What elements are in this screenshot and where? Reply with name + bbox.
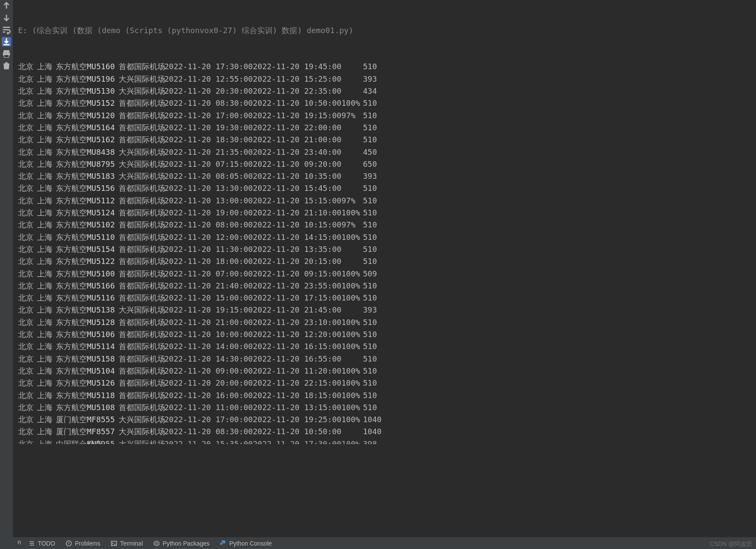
output-row: 北京上海东方航空MU5128首都国际机场2022-11-20 21:00:002… bbox=[18, 316, 751, 328]
output-row: 北京上海东方航空MU5100首都国际机场2022-11-20 07:00:002… bbox=[18, 268, 751, 280]
output-row: 北京上海东方航空MU5118首都国际机场2022-11-20 16:00:002… bbox=[18, 390, 751, 402]
terminal-label: Terminal bbox=[120, 540, 143, 547]
output-row: 北京上海东方航空MU5112首都国际机场2022-11-20 13:00:002… bbox=[18, 195, 751, 207]
output-row: 北京上海东方航空MU5122首都国际机场2022-11-20 18:00:002… bbox=[18, 255, 751, 267]
output-row: 北京上海东方航空MU5120首都国际机场2022-11-20 17:00:002… bbox=[18, 110, 751, 122]
output-row: 北京上海东方航空MU5108首都国际机场2022-11-20 11:00:002… bbox=[18, 402, 751, 414]
output-row: 北京上海东方航空MU5102首都国际机场2022-11-20 08:00:002… bbox=[18, 219, 751, 231]
packages-label: Python Packages bbox=[163, 540, 209, 547]
output-row: 北京上海东方航空MU5196大兴国际机场2022-11-20 12:55:002… bbox=[18, 73, 751, 85]
output-row: 北京上海东方航空MU5166首都国际机场2022-11-20 21:40:002… bbox=[18, 280, 751, 292]
output-row: 北京上海东方航空MU5138大兴国际机场2022-11-20 19:15:002… bbox=[18, 304, 751, 316]
output-row: 北京上海东方航空MU5130大兴国际机场2022-11-20 20:30:002… bbox=[18, 85, 751, 97]
output-row: 北京上海东方航空MU8438大兴国际机场2022-11-20 21:35:002… bbox=[18, 146, 751, 158]
output-row: 北京上海东方航空MU8795大兴国际机场2022-11-20 07:15:002… bbox=[18, 158, 751, 170]
terminal-icon bbox=[111, 540, 117, 547]
list-icon bbox=[28, 540, 35, 547]
main-area: E: (综合实训 (数据 (demo (Scripts (pythonvox0-… bbox=[13, 0, 756, 549]
svg-point-6 bbox=[222, 541, 223, 542]
output-row: 北京上海东方航空MU5183大兴国际机场2022-11-20 08:05:002… bbox=[18, 170, 751, 182]
console-header: E: (综合实训 (数据 (demo (Scripts (pythonvox0-… bbox=[18, 25, 751, 37]
output-row: 北京上海东方航空MU5114首都国际机场2022-11-20 14:00:002… bbox=[18, 340, 751, 353]
svg-rect-0 bbox=[3, 50, 9, 53]
svg-rect-5 bbox=[111, 541, 117, 546]
terminal-tab[interactable]: Terminal bbox=[105, 537, 148, 549]
problems-tab[interactable]: Problems bbox=[60, 537, 105, 549]
output-row: 北京上海东方航空MU5154首都国际机场2022-11-20 11:30:002… bbox=[18, 243, 751, 255]
print-icon[interactable] bbox=[2, 49, 11, 58]
watermark-text: CSDN @阿皮匠 bbox=[710, 540, 753, 548]
output-row: 北京上海东方航空MU5110首都国际机场2022-11-20 12:00:002… bbox=[18, 231, 751, 243]
output-row: 北京上海中国联合航空KN5955大兴国际机场2022-11-20 15:35:0… bbox=[18, 438, 751, 444]
packages-icon bbox=[153, 540, 160, 547]
output-row: 北京上海东方航空MU5156首都国际机场2022-11-20 13:30:002… bbox=[18, 182, 751, 194]
bottom-n-indicator[interactable]: n bbox=[15, 539, 23, 548]
output-row: 北京上海东方航空MU5160首都国际机场2022-11-20 17:30:002… bbox=[18, 61, 751, 73]
python-console-label: Python Console bbox=[229, 540, 272, 547]
warning-icon bbox=[65, 540, 72, 547]
output-row: 北京上海东方航空MU5126首都国际机场2022-11-20 20:00:002… bbox=[18, 377, 751, 389]
output-row: 北京上海东方航空MU5158首都国际机场2022-11-20 14:30:002… bbox=[18, 353, 751, 365]
output-row: 北京上海东方航空MU5104首都国际机场2022-11-20 09:00:002… bbox=[18, 365, 751, 377]
todo-tab[interactable]: TODO bbox=[23, 537, 60, 549]
trash-icon[interactable] bbox=[2, 61, 11, 71]
tool-gutter bbox=[0, 0, 13, 549]
problems-label: Problems bbox=[75, 540, 100, 547]
output-row: 北京上海东方航空MU5152首都国际机场2022-11-20 08:30:002… bbox=[18, 97, 751, 109]
svg-rect-2 bbox=[4, 55, 9, 58]
arrow-up-icon[interactable] bbox=[2, 1, 11, 10]
bottom-toolbar: n TODO Problems Terminal Python Packages… bbox=[13, 537, 756, 549]
packages-tab[interactable]: Python Packages bbox=[148, 537, 215, 549]
todo-label: TODO bbox=[38, 540, 55, 547]
python-console-tab[interactable]: Python Console bbox=[215, 537, 277, 549]
output-row: 北京上海厦门航空MF8555大兴国际机场2022-11-20 17:00:002… bbox=[18, 414, 751, 426]
output-row: 北京上海东方航空MU5164首都国际机场2022-11-20 19:30:002… bbox=[18, 122, 751, 134]
svg-point-4 bbox=[68, 544, 69, 545]
console-output[interactable]: E: (综合实训 (数据 (demo (Scripts (pythonvox0-… bbox=[13, 0, 756, 537]
output-row: 北京上海东方航空MU5116首都国际机场2022-11-20 15:00:002… bbox=[18, 292, 751, 304]
python-icon bbox=[220, 540, 227, 547]
scroll-to-end-icon[interactable] bbox=[2, 37, 11, 46]
arrow-down-icon[interactable] bbox=[2, 13, 11, 22]
output-row: 北京上海东方航空MU5162首都国际机场2022-11-20 18:30:002… bbox=[18, 134, 751, 146]
output-row: 北京上海东方航空MU5124首都国际机场2022-11-20 19:00:002… bbox=[18, 207, 751, 219]
wrap-icon[interactable] bbox=[2, 25, 11, 34]
output-row: 北京上海东方航空MU5106首都国际机场2022-11-20 10:00:002… bbox=[18, 328, 751, 340]
output-row: 北京上海厦门航空MF8557大兴国际机场2022-11-20 08:30:002… bbox=[18, 426, 751, 438]
